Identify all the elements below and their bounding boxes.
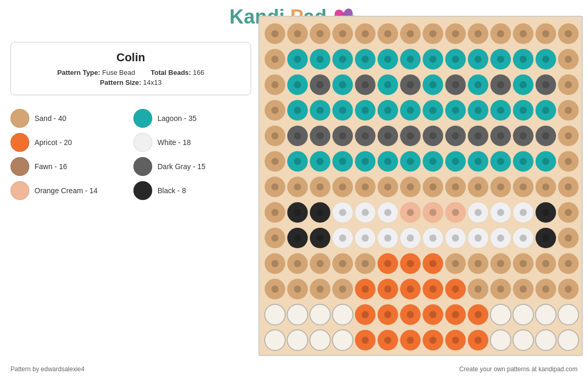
legend-label-black: Black - 8	[157, 186, 186, 195]
legend-item-apricot: Apricot - 20	[10, 133, 123, 152]
legend-color-fawn	[10, 157, 29, 176]
pattern-size-label: Pattern Size:	[100, 79, 141, 86]
total-beads-value: 166	[193, 69, 205, 76]
legend-color-lagoon	[133, 109, 152, 128]
legend-color-white	[133, 133, 152, 152]
legend-item-fawn: Fawn - 16	[10, 157, 123, 176]
pattern-type-label: Pattern Type:	[58, 69, 100, 76]
legend-item-black: Black - 8	[133, 181, 246, 200]
legend-item-lagoon: Lagoon - 35	[133, 109, 246, 128]
legend-label-apricot: Apricot - 20	[35, 138, 72, 147]
info-card: Colin Pattern Type: Fuse Bead Total Bead…	[10, 42, 251, 95]
footer-left: Pattern by edwardsalexie4	[10, 365, 84, 373]
legend-label-white: White - 18	[157, 138, 191, 147]
footer-right: Create your own patterns at kandipad.com	[459, 365, 578, 373]
color-legend: Sand - 40 Lagoon - 35 Apricot - 20 White…	[0, 104, 256, 205]
legend-label-orangecream: Orange Cream - 14	[35, 186, 98, 195]
legend-color-black	[133, 181, 152, 200]
legend-color-apricot	[10, 133, 29, 152]
pattern-title: Colin	[24, 51, 238, 64]
legend-label-lagoon: Lagoon - 35	[157, 114, 197, 123]
legend-color-orangecream	[10, 181, 29, 200]
pattern-area	[258, 16, 583, 356]
footer: Pattern by edwardsalexie4 Create your ow…	[10, 365, 578, 373]
legend-color-darkgray	[133, 157, 152, 176]
left-panel: Colin Pattern Type: Fuse Bead Total Bead…	[0, 42, 256, 205]
legend-label-darkgray: Dark Gray - 15	[157, 162, 206, 171]
total-beads-label: Total Beads:	[151, 69, 191, 76]
legend-item-sand: Sand - 40	[10, 109, 123, 128]
legend-label-fawn: Fawn - 16	[35, 162, 67, 171]
pattern-size-value: 14x13	[143, 79, 161, 86]
bead-canvas	[264, 21, 580, 353]
pattern-type-value: Fuse Bead	[102, 69, 135, 76]
legend-item-darkgray: Dark Gray - 15	[133, 157, 246, 176]
legend-label-sand: Sand - 40	[35, 114, 66, 123]
legend-color-sand	[10, 109, 29, 128]
legend-item-white: White - 18	[133, 133, 246, 152]
legend-item-orangecream: Orange Cream - 14	[10, 181, 123, 200]
